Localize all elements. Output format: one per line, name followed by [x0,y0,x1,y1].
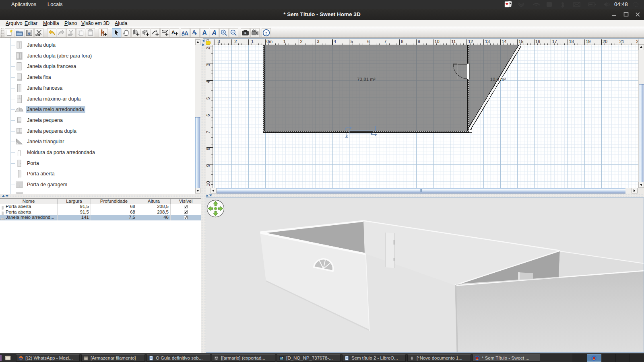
svg-text:2: 2 [300,39,303,44]
svg-text:10: 10 [435,39,440,44]
svg-text:12: 12 [468,39,473,44]
svg-text:14: 14 [502,39,507,44]
svg-text:10,6 m²: 10,6 m² [490,77,506,82]
svg-text:A: A [171,29,175,35]
svg-text:5: 5 [206,97,211,100]
svg-text:10: 10 [206,181,211,186]
svg-text:7: 7 [206,131,211,133]
svg-text:18: 18 [569,39,574,44]
svg-text:15: 15 [518,39,523,44]
svg-text:-3: -3 [216,39,220,44]
svg-text:1: 1 [283,39,286,44]
svg-text:5: 5 [351,39,353,44]
svg-text:A: A [211,29,216,36]
svg-text:9: 9 [206,165,211,167]
svg-text:0m: 0m [266,39,272,44]
svg-text:73,81 m²: 73,81 m² [357,77,376,82]
svg-text:2: 2 [206,47,211,49]
svg-text:19: 19 [586,39,590,44]
svg-text:13: 13 [485,39,490,44]
svg-text:20: 20 [603,39,607,44]
svg-text:17: 17 [552,39,557,44]
svg-text:6: 6 [367,39,370,44]
svg-text:4: 4 [334,39,336,44]
svg-text:7: 7 [384,39,386,44]
svg-text:6: 6 [206,114,211,117]
svg-text:-1: -1 [250,39,254,44]
svg-text:9: 9 [418,39,420,44]
svg-text:11: 11 [451,39,456,44]
svg-text:A: A [184,30,188,37]
svg-text:16: 16 [535,39,540,44]
svg-text:8: 8 [401,39,403,44]
svg-text:3: 3 [317,39,319,44]
svg-text:21: 21 [619,39,624,44]
svg-text:4: 4 [206,80,211,83]
svg-text:-2: -2 [233,39,237,44]
svg-text:3: 3 [206,64,211,66]
svg-text:?: ? [265,31,267,35]
svg-text:8: 8 [206,148,211,150]
svg-text:A: A [202,29,206,36]
